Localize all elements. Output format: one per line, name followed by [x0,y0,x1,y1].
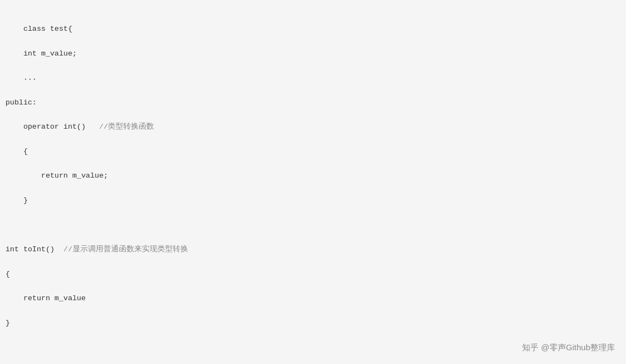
code-block: class test{ int m_value; ... public: ope… [6,11,615,364]
code-line-4: public: [6,98,37,107]
code-line-3: ... [6,74,37,82]
code-container: class test{ int m_value; ... public: ope… [0,0,626,364]
code-line-7: return m_value; [6,172,108,180]
code-line-5: operator int() //类型转换函数 [6,123,154,131]
code-line-12: return m_value [6,294,86,302]
code-line-2: int m_value; [6,49,77,58]
code-line-6: { [6,147,28,156]
code-line-8: } [6,196,28,205]
code-line-10: int toInt() //显示调用普通函数来实现类型转换 [6,245,188,253]
watermark: 知乎 @零声Github整理库 [522,341,615,354]
code-line-1: class test{ [23,25,72,33]
code-line-13: } [6,319,10,327]
code-line-11: { [6,270,10,278]
